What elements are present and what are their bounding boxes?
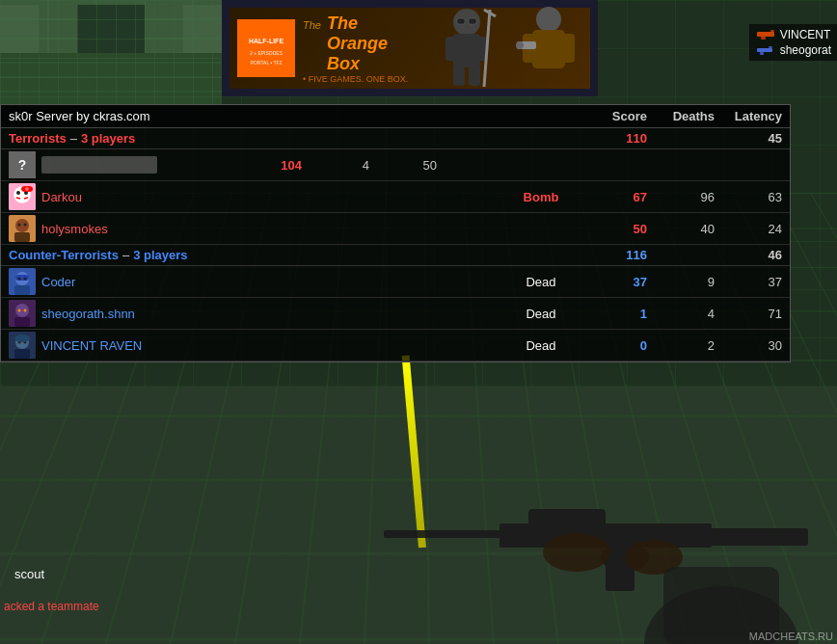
svg-point-52 [16, 191, 20, 195]
ct-player-2-deaths: 4 [647, 307, 715, 321]
svg-point-63 [24, 224, 27, 227]
svg-rect-49 [760, 52, 764, 55]
svg-rect-29 [453, 34, 480, 67]
svg-rect-3 [528, 509, 606, 526]
ct-player-3-avatar [9, 332, 36, 359]
svg-rect-35 [469, 18, 476, 24]
svg-point-6 [543, 533, 610, 572]
svg-rect-46 [761, 37, 766, 40]
svg-rect-44 [757, 32, 774, 37]
t-player-1-deaths: 4 [302, 158, 369, 173]
t-player-2-latency: 63 [715, 190, 782, 204]
svg-point-68 [18, 278, 21, 281]
ct-team-row: Counter-Terrorists – 3 players 116 46 [1, 245, 790, 266]
ct-player-2-avatar [9, 300, 36, 327]
svg-line-54 [16, 198, 20, 199]
svg-text:HALF-LIFE: HALF-LIFE [249, 38, 284, 44]
weapon-silhouette [355, 374, 837, 644]
top-right-player-1: VINCENT [755, 28, 831, 41]
server-title-text: sk0r Server by ckras.com [9, 109, 150, 123]
t-player-1-latency: 50 [369, 158, 437, 173]
t-player-row-3: holysmokes 50 40 24 [1, 213, 790, 245]
watermark: MADCHEATS.RU [745, 629, 837, 644]
ct-player-3-status: Dead [502, 338, 580, 353]
svg-rect-30 [446, 37, 457, 61]
svg-text:PORTAL • TF2: PORTAL • TF2 [251, 60, 283, 66]
svg-text:2 + EPISODES: 2 + EPISODES [250, 50, 284, 56]
t-player-2-name: Darkou [41, 190, 502, 204]
score-header: Score [580, 109, 647, 123]
terrorists-team-row: Terrorists – 3 players 110 45 [1, 128, 790, 149]
t-player-1-name-bar [41, 156, 157, 174]
ct-player-1-avatar [9, 268, 36, 295]
top-right-player-2-name: sheogorat [780, 43, 831, 57]
svg-point-73 [18, 309, 21, 312]
chat-message: acked a teammate [0, 598, 103, 615]
terrorists-dash: – [70, 131, 77, 146]
ct-deaths-blank [647, 248, 715, 262]
gun-icon-2 [755, 43, 776, 57]
banner-character2 [515, 5, 582, 92]
svg-rect-61 [14, 232, 30, 242]
ct-player-3-name: VINCENT RAVEN [41, 338, 502, 353]
ct-player-1-latency: 37 [715, 275, 782, 289]
ct-player-row-1: Coder Dead 37 9 37 [1, 266, 790, 298]
ct-score: 116 [580, 248, 647, 262]
svg-rect-47 [757, 48, 772, 52]
ct-players: 3 players [133, 248, 187, 262]
svg-rect-45 [770, 30, 774, 32]
svg-point-43 [516, 41, 524, 49]
t-player-3-score: 50 [580, 222, 647, 236]
latency-header: Latency [715, 109, 782, 123]
svg-point-62 [18, 224, 21, 227]
scene-svg [0, 0, 222, 106]
top-right-player-1-name: VINCENT [780, 28, 831, 41]
banner-ad[interactable]: HALF-LIFE 2 + EPISODES PORTAL • TF2 The … [222, 0, 598, 96]
svg-rect-67 [15, 275, 29, 281]
banner-title: The Orange Box [327, 13, 411, 74]
svg-rect-77 [14, 349, 30, 359]
top-right-player-2: sheogorat [755, 43, 831, 57]
t-player-2-score: 67 [580, 190, 647, 204]
banner-subtitle: • FIVE GAMES. ONE BOX. [303, 74, 411, 84]
svg-line-55 [24, 198, 28, 199]
ct-latency: 46 [715, 248, 782, 262]
svg-rect-10 [0, 0, 222, 106]
svg-rect-66 [14, 285, 30, 295]
svg-point-60 [15, 219, 29, 232]
t-player-1-avatar: ? [9, 151, 36, 178]
svg-point-58 [25, 187, 29, 191]
svg-rect-33 [469, 65, 480, 86]
svg-rect-2 [384, 530, 509, 538]
svg-point-69 [24, 278, 27, 281]
weapon-label: scout [14, 567, 44, 581]
svg-rect-41 [561, 34, 575, 63]
ct-label: Counter-Terrorists [9, 248, 119, 262]
ct-player-2-name: sheogorath.shnn [41, 307, 502, 321]
ct-player-row-2: sheogorath.shnn Dead 1 4 71 [1, 298, 790, 330]
banner-character [418, 5, 515, 92]
svg-point-38 [536, 7, 561, 32]
gun-icon-1 [755, 28, 776, 41]
orange-box-logo: HALF-LIFE 2 + EPISODES PORTAL • TF2 [237, 19, 295, 77]
ct-player-row-3: VINCENT RAVEN Dead 0 2 30 [1, 330, 790, 362]
t-player-row-1: ? 104 4 50 [1, 149, 790, 181]
terrorists-players: 3 players [81, 131, 135, 146]
ct-player-1-score: 37 [580, 275, 647, 289]
t-player-1-score: 104 [234, 158, 302, 173]
t-player-3-latency: 24 [715, 222, 782, 236]
t-player-2-avatar [9, 183, 36, 210]
svg-rect-39 [532, 30, 565, 68]
svg-point-80 [14, 335, 30, 342]
svg-rect-72 [14, 317, 30, 327]
svg-point-74 [24, 309, 27, 312]
scoreboard: sk0r Server by ckras.com Score Deaths La… [0, 104, 791, 362]
ct-player-1-deaths: 9 [647, 275, 715, 289]
svg-rect-22 [0, 5, 39, 53]
ct-player-2-status: Dead [502, 307, 580, 321]
terrorists-latency: 45 [715, 131, 782, 146]
t-player-2-status: Bomb [502, 190, 580, 204]
server-title-row: sk0r Server by ckras.com Score Deaths La… [1, 105, 790, 128]
ct-player-1-status: Dead [502, 275, 580, 289]
terrorists-score: 110 [580, 131, 647, 146]
